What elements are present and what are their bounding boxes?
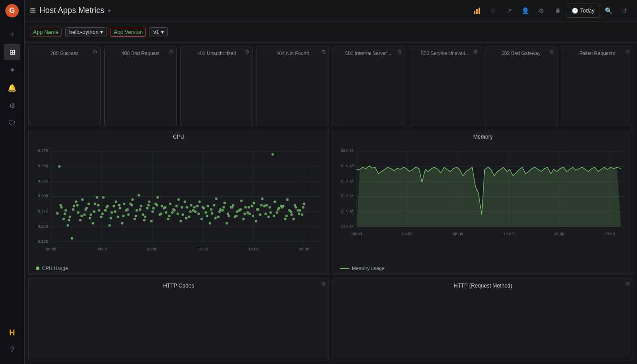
svg-point-123 (192, 209, 195, 212)
sidebar-item-question[interactable]: ? (4, 342, 20, 358)
panel-404-content (261, 58, 325, 124)
svg-point-62 (186, 206, 188, 208)
svg-point-53 (148, 200, 151, 203)
svg-point-106 (121, 222, 124, 224)
memory-legend-label: Memory usage (352, 266, 385, 271)
svg-point-122 (188, 216, 191, 218)
svg-point-203 (281, 206, 284, 208)
http-codes-gear[interactable]: ⚙ (321, 281, 326, 287)
today-label: Today (580, 8, 594, 14)
clock-icon: 🕐 (572, 8, 578, 14)
svg-point-185 (206, 215, 209, 217)
cpu-chart-panel: CPU 0.275 0.250 0.225 0.200 0.175 0.150 … (28, 130, 329, 275)
svg-point-110 (137, 194, 140, 196)
panel-502-bad-gateway: 502 Bad Gateway ⚙ (485, 47, 557, 126)
panel-400-bad-request: 400 Bad Request ⚙ (104, 47, 177, 126)
svg-point-96 (79, 219, 82, 221)
svg-point-191 (231, 206, 234, 208)
today-button[interactable]: 🕐 Today (567, 4, 599, 18)
svg-point-202 (277, 208, 280, 211)
svg-text:0.250: 0.250 (38, 163, 48, 168)
svg-point-172 (151, 210, 154, 213)
sidebar-item-help[interactable]: H (4, 325, 20, 341)
app-name-select[interactable]: hello-python ▾ (65, 27, 107, 37)
svg-point-87 (290, 213, 293, 216)
cpu-legend-label: CPU Usage (42, 266, 68, 271)
panel-500-gear[interactable]: ⚙ (397, 49, 402, 55)
sidebar-item-alerts[interactable]: 🔔 (4, 80, 20, 96)
app-version-select[interactable]: v1 ▾ (150, 27, 168, 37)
svg-text:0.150: 0.150 (38, 223, 48, 228)
svg-point-117 (167, 217, 170, 220)
user-button[interactable]: 👤 (518, 4, 533, 18)
svg-text:16:00: 16:00 (248, 246, 259, 251)
svg-point-139 (259, 213, 261, 216)
svg-point-105 (117, 216, 120, 218)
sidebar-item-apps[interactable]: ⊞ (4, 44, 20, 60)
svg-point-148 (296, 209, 299, 212)
main-content: ⊞ Host Apps Metrics ▾ ☆ ↗ 👤 ⚙ 🖥 🕐 Today … (25, 0, 637, 364)
svg-point-56 (161, 204, 163, 207)
svg-point-45 (115, 200, 117, 203)
svg-point-207 (298, 212, 300, 215)
grafana-logo[interactable]: G (5, 4, 19, 18)
panel-401-gear[interactable]: ⚙ (245, 49, 250, 55)
svg-point-78 (252, 202, 255, 204)
svg-point-112 (146, 207, 149, 209)
sidebar-item-shield[interactable]: 🛡 (4, 115, 20, 131)
app-name-value: hello-python (69, 29, 98, 35)
panel-200-title: 200 Success (32, 49, 97, 58)
settings-button[interactable]: ⚙ (534, 4, 549, 18)
svg-text:04:00: 04:00 (402, 231, 412, 236)
svg-point-119 (175, 204, 178, 207)
filter-bar: App Name hello-python ▾ App Version v1 ▾ (25, 21, 637, 43)
svg-point-184 (201, 206, 204, 208)
svg-point-178 (176, 212, 179, 215)
svg-point-42 (102, 196, 105, 199)
svg-point-128 (213, 204, 216, 207)
panel-404-gear[interactable]: ⚙ (321, 49, 326, 55)
panel-400-gear[interactable]: ⚙ (169, 49, 174, 55)
panel-failed-gear[interactable]: ⚙ (625, 49, 630, 55)
panel-200-gear[interactable]: ⚙ (93, 49, 98, 55)
svg-point-86 (286, 198, 289, 201)
svg-text:20:00: 20:00 (299, 246, 309, 251)
svg-text:G: G (9, 7, 15, 14)
svg-point-118 (171, 211, 174, 214)
svg-point-102 (104, 209, 107, 212)
svg-point-34 (68, 216, 71, 218)
svg-point-51 (140, 204, 142, 207)
svg-point-90 (303, 203, 305, 205)
http-method-gear[interactable]: ⚙ (625, 281, 630, 287)
http-codes-content (32, 292, 325, 358)
svg-point-44 (111, 211, 113, 214)
panel-503-gear[interactable]: ⚙ (473, 49, 478, 55)
svg-point-71 (223, 202, 226, 204)
refresh-button[interactable]: ↺ (617, 4, 632, 18)
panel-200-success: 200 Success ⚙ (28, 47, 101, 126)
search-button[interactable]: 🔍 (601, 4, 616, 18)
monitor-button[interactable]: 🖥 (551, 4, 565, 18)
svg-text:82.0 Mi: 82.0 Mi (341, 148, 355, 153)
sidebar-item-settings[interactable]: ⚙ (4, 97, 20, 114)
svg-point-205 (290, 210, 292, 213)
svg-point-113 (150, 220, 153, 222)
chart-bar-button[interactable] (470, 4, 484, 18)
star-button[interactable]: ☆ (486, 4, 500, 18)
svg-point-193 (239, 208, 242, 211)
svg-text:00:00: 00:00 (46, 246, 56, 251)
svg-point-77 (248, 212, 251, 215)
svg-text:0.225: 0.225 (38, 178, 48, 183)
svg-rect-4 (479, 8, 480, 14)
svg-point-57 (165, 211, 167, 214)
panel-502-gear[interactable]: ⚙ (549, 49, 554, 55)
sidebar-item-starred[interactable]: ✦ (4, 62, 20, 78)
svg-point-142 (271, 153, 274, 156)
share-button[interactable]: ↗ (502, 4, 517, 18)
sidebar-item-add[interactable]: ＋ (4, 26, 20, 42)
svg-point-168 (135, 215, 137, 217)
title-dropdown-icon[interactable]: ▾ (108, 8, 111, 14)
svg-point-145 (284, 217, 286, 220)
app-name-label: App Name (30, 28, 62, 37)
svg-text:08:00: 08:00 (453, 231, 463, 236)
